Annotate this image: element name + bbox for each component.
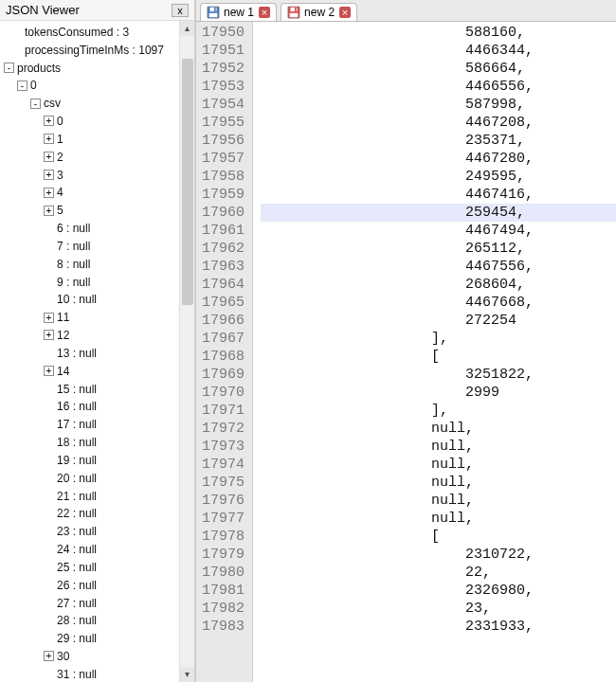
tree-node-csv-item[interactable]: +14 (4, 362, 194, 380)
tab-new-1[interactable]: new 1× (200, 3, 277, 21)
expand-icon[interactable]: + (44, 152, 54, 162)
code-editor[interactable]: 1795017951179521795317954179551795617957… (196, 22, 616, 682)
code-line[interactable]: 249595, (261, 168, 616, 186)
tab-close-button[interactable]: × (339, 7, 351, 18)
code-line[interactable]: 3251822, (261, 366, 616, 384)
tree-node-csv-item[interactable]: 22 : null (4, 504, 194, 522)
tree-node-csv-item[interactable]: 28 : null (4, 611, 194, 629)
expand-icon[interactable]: + (44, 330, 54, 340)
code-line[interactable]: 4466344, (261, 42, 616, 60)
code-line[interactable]: 4467416, (261, 186, 616, 204)
code-line[interactable]: 23, (261, 600, 616, 618)
expand-icon[interactable]: + (44, 116, 54, 126)
code-line[interactable]: 4467556, (261, 258, 616, 276)
expand-icon[interactable]: + (44, 170, 54, 180)
expand-icon[interactable]: + (44, 313, 54, 323)
tree-node-csv-item[interactable]: 20 : null (4, 469, 194, 487)
code-line[interactable]: 4467668, (261, 294, 616, 312)
code-line[interactable]: null, (261, 474, 616, 492)
tree-node-csv-item[interactable]: 24 : null (4, 540, 194, 558)
code-line[interactable]: 235371, (261, 132, 616, 150)
tree-node-csv-item[interactable]: 17 : null (4, 415, 194, 433)
code-line[interactable]: 586664, (261, 60, 616, 78)
tree-leaf-spacer (44, 259, 54, 269)
editor-panel: new 1×new 2× 179501795117952179531795417… (195, 0, 616, 682)
code-line[interactable]: 268604, (261, 276, 616, 294)
code-line[interactable]: 2326980, (261, 582, 616, 600)
tree-node-csv-item[interactable]: 18 : null (4, 433, 194, 451)
code-line[interactable]: 22, (261, 564, 616, 582)
tree-node-products-0[interactable]: -0 (4, 76, 194, 94)
tree-node-csv-item[interactable]: +3 (4, 166, 194, 184)
tree-node-csv-item[interactable]: 31 : null (4, 665, 194, 682)
tree-node-processingtime[interactable]: processingTimeInMs : 1097 (4, 41, 194, 59)
tree-node-tokensconsumed[interactable]: tokensConsumed : 3 (4, 23, 194, 41)
code-line[interactable]: 259454, (261, 204, 616, 222)
code-area[interactable]: 588160, 4466344, 586664, 4466556, 587998… (253, 22, 616, 682)
code-line[interactable]: 588160, (261, 24, 616, 42)
tree-node-csv-item[interactable]: 7 : null (4, 237, 194, 255)
tree-node-csv-item[interactable]: 9 : null (4, 273, 194, 291)
expand-icon[interactable]: + (44, 134, 54, 144)
code-line[interactable]: 4467494, (261, 222, 616, 240)
tree-node-csv-item[interactable]: +30 (4, 647, 194, 665)
tree-node-csv-item[interactable]: 19 : null (4, 451, 194, 469)
tab-close-button[interactable]: × (259, 7, 270, 18)
code-line[interactable]: 4466556, (261, 78, 616, 96)
tree-node-csv-item[interactable]: 10 : null (4, 290, 194, 308)
code-line[interactable]: [ (261, 528, 616, 546)
tree-node-csv-item[interactable]: 6 : null (4, 219, 194, 237)
tree-node-csv-item[interactable]: 15 : null (4, 380, 194, 398)
expand-icon[interactable]: + (44, 366, 54, 376)
expand-icon[interactable]: + (44, 651, 54, 661)
tree-node-csv-item[interactable]: +11 (4, 308, 194, 326)
line-number: 17983 (202, 618, 245, 636)
tree-node-csv-item[interactable]: 26 : null (4, 576, 194, 594)
tree-node-csv-item[interactable]: +5 (4, 201, 194, 219)
tree-node-csv-item[interactable]: +2 (4, 148, 194, 166)
code-line[interactable]: 4467280, (261, 150, 616, 168)
tree-node-csv-item[interactable]: 16 : null (4, 397, 194, 415)
panel-close-button[interactable]: x (172, 4, 189, 17)
scroll-thumb[interactable] (182, 59, 193, 305)
tab-new-2[interactable]: new 2× (281, 3, 357, 21)
scroll-up-icon[interactable]: ▴ (180, 21, 194, 36)
tree-scroll-area[interactable]: tokensConsumed : 3processingTimeInMs : 1… (0, 21, 194, 682)
tree-node-csv-item[interactable]: 8 : null (4, 255, 194, 273)
code-line[interactable]: ], (261, 330, 616, 348)
tree-node-csv-item[interactable]: 21 : null (4, 487, 194, 505)
expand-icon[interactable]: + (44, 188, 54, 198)
collapse-icon[interactable]: - (30, 99, 41, 109)
code-line[interactable]: ], (261, 402, 616, 420)
tree-node-csv-item[interactable]: +1 (4, 130, 194, 148)
code-line[interactable]: 272254 (261, 312, 616, 330)
tree-node-csv-item[interactable]: 13 : null (4, 344, 194, 362)
tree-node-csv-item[interactable]: +0 (4, 112, 194, 130)
code-line[interactable]: 2999 (261, 384, 616, 402)
collapse-icon[interactable]: - (17, 81, 27, 91)
scroll-down-icon[interactable]: ▾ (180, 667, 194, 682)
tree-leaf-spacer (44, 616, 54, 626)
tree-node-csv-item[interactable]: 25 : null (4, 558, 194, 576)
tree-scrollbar[interactable]: ▴ ▾ (179, 21, 194, 682)
expand-icon[interactable]: + (44, 206, 54, 216)
code-line[interactable]: 2310722, (261, 546, 616, 564)
code-line[interactable]: null, (261, 510, 616, 528)
code-line[interactable]: null, (261, 492, 616, 510)
code-line[interactable]: 4467208, (261, 114, 616, 132)
collapse-icon[interactable]: - (4, 63, 14, 73)
tree-node-csv-item[interactable]: 27 : null (4, 594, 194, 612)
tree-node-products[interactable]: -products (4, 59, 194, 77)
tree-node-csv-item[interactable]: +12 (4, 326, 194, 344)
code-line[interactable]: null, (261, 420, 616, 438)
tree-node-csv-item[interactable]: 23 : null (4, 522, 194, 540)
code-line[interactable]: null, (261, 456, 616, 474)
code-line[interactable]: 2331933, (261, 618, 616, 636)
tree-node-csv-item[interactable]: 29 : null (4, 629, 194, 647)
tree-node-csv-item[interactable]: +4 (4, 183, 194, 201)
code-line[interactable]: null, (261, 438, 616, 456)
code-line[interactable]: [ (261, 348, 616, 366)
code-line[interactable]: 587998, (261, 96, 616, 114)
code-line[interactable]: 265112, (261, 240, 616, 258)
tree-node-csv[interactable]: -csv (4, 94, 194, 112)
